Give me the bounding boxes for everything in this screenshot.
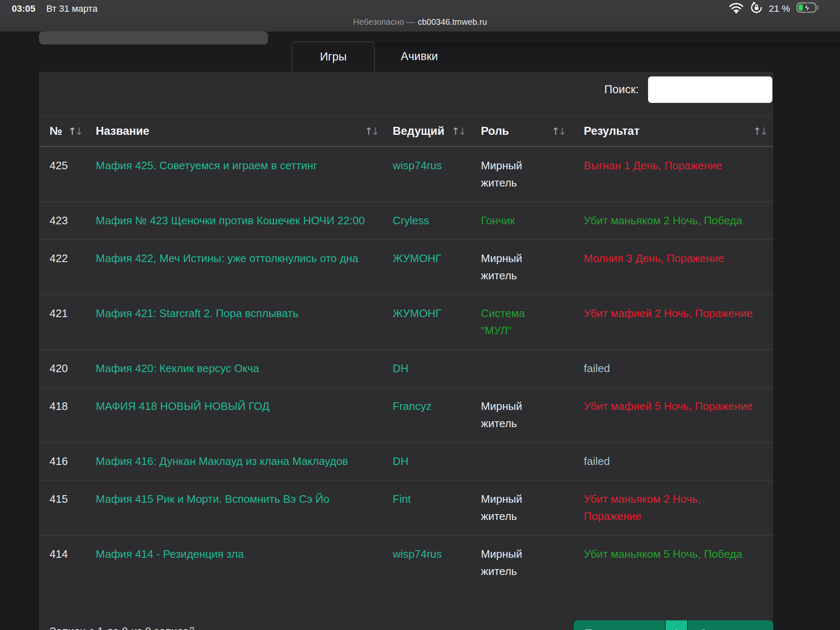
column-header-result-label: Результат — [584, 125, 640, 138]
game-host-link[interactable]: DH — [393, 362, 409, 375]
sort-arrows-icon: ↑↓ — [365, 126, 378, 137]
game-role: Мирный житель — [481, 388, 584, 443]
search-row: Поиск: — [39, 72, 773, 116]
game-result: Убит мафией 5 Ночь, Поражение — [584, 388, 773, 443]
url-security-label: Небезопасно — — [353, 17, 415, 27]
game-host-link[interactable]: Cryless — [393, 214, 429, 227]
game-title-cell: Мафия 415 Рик и Морти. Вспомнить Вэ Сэ Й… — [96, 480, 393, 536]
game-title-cell: Мафия № 423 Щеночки против Кошечек НОЧИ … — [96, 202, 393, 240]
pagination-current-page-button[interactable]: 1 — [666, 620, 687, 630]
game-result: Убит маньяком 2 Ночь, Поражение — [584, 480, 773, 536]
column-header-role[interactable]: Роль ↑↓ — [481, 116, 584, 147]
status-date: Вт 31 марта — [46, 3, 97, 14]
game-title-cell: Мафия 425. Советуемся и играем в сеттинг — [96, 147, 393, 202]
game-number: 415 — [39, 480, 96, 536]
game-result: Выгнан 1 День, Поражение — [584, 147, 773, 202]
game-title-link[interactable]: Мафия 415 Рик и Морти. Вспомнить Вэ Сэ Й… — [96, 493, 329, 505]
column-header-number-label: № — [50, 125, 62, 138]
game-result: Убит маньяком 2 Ночь, Победа — [584, 202, 773, 240]
game-host-cell: DH — [393, 443, 481, 480]
game-result: failed — [584, 350, 773, 388]
game-host-link[interactable]: wisp74rus — [393, 548, 442, 560]
game-row: 415 Мафия 415 Рик и Морти. Вспомнить Вэ … — [39, 480, 773, 536]
game-role — [481, 350, 584, 388]
column-header-title[interactable]: Название ↑↓ — [96, 116, 393, 147]
game-role: Мирный житель — [481, 536, 584, 591]
game-host-link[interactable]: ЖУМОНГ — [393, 252, 441, 265]
game-title-link[interactable]: Мафия № 423 Щеночки против Кошечек НОЧИ … — [96, 214, 365, 227]
pagination-next-button[interactable]: Следующая — [688, 620, 773, 630]
status-bar-right: 21 % — [729, 2, 819, 16]
tab-achievements-label: Ачивки — [401, 50, 438, 63]
game-row: 418 МАФИЯ 418 НОВЫЙ НОВЫЙ ГОД Francyz Ми… — [39, 388, 773, 443]
game-title-link[interactable]: Мафия 425. Советуемся и играем в сеттинг — [96, 159, 317, 172]
game-host-link[interactable]: Fint — [393, 493, 411, 505]
status-time: 03:05 — [12, 3, 35, 14]
tab-games-label: Игры — [320, 50, 347, 63]
game-row: 420 Мафия 420: Кеклик версус Окча DH fai… — [39, 350, 773, 388]
search-input[interactable] — [648, 76, 772, 103]
game-title-cell: Мафия 420: Кеклик версус Окча — [96, 350, 393, 388]
game-title-cell: МАФИЯ 418 НОВЫЙ НОВЫЙ ГОД — [96, 388, 393, 443]
table-info-text: Записи с 1 до 9 из 9 записей — [50, 625, 195, 630]
game-title-link[interactable]: Мафия 416: Дункан Маклауд из клана Макла… — [96, 455, 348, 467]
games-table: № ↑↓ Название ↑↓ Ведущий ↑↓ — [39, 116, 773, 590]
column-header-role-label: Роль — [481, 125, 509, 138]
game-title-cell: Мафия 416: Дункан Маклауд из клана Макла… — [96, 443, 393, 480]
game-number: 414 — [39, 536, 96, 591]
page-top-input[interactable] — [39, 32, 268, 45]
game-role: Система "МУЛ" — [481, 295, 584, 350]
game-number: 425 — [39, 147, 96, 202]
url-bar[interactable]: Небезопасно — cb00346.tmweb.ru — [0, 14, 840, 29]
game-row: 421 Мафия 421: Starcraft 2. Пора всплыва… — [39, 295, 773, 350]
game-number: 420 — [39, 350, 96, 388]
game-role: Мирный житель — [481, 480, 584, 536]
game-row: 425 Мафия 425. Советуемся и играем в сет… — [39, 147, 773, 202]
game-host-cell: Fint — [393, 480, 481, 536]
game-title-cell: Мафия 414 - Резиденция зла — [96, 536, 393, 591]
status-bar-left: 03:05 Вт 31 марта — [12, 2, 97, 16]
game-row: 414 Мафия 414 - Резиденция зла wisp74rus… — [39, 536, 773, 591]
game-host-link[interactable]: wisp74rus — [393, 159, 442, 172]
game-title-link[interactable]: Мафия 420: Кеклик версус Окча — [96, 362, 259, 375]
table-header-row: № ↑↓ Название ↑↓ Ведущий ↑↓ — [39, 116, 773, 147]
game-row: 416 Мафия 416: Дункан Маклауд из клана М… — [39, 443, 773, 480]
sort-arrows-icon: ↑↓ — [753, 126, 766, 137]
game-title-link[interactable]: Мафия 422, Меч Истины: уже оттолкнулись … — [96, 252, 358, 265]
pagination-prev-button[interactable]: Предыдущая — [574, 620, 665, 630]
game-title-link[interactable]: Мафия 414 - Резиденция зла — [96, 548, 244, 560]
game-host-cell: DH — [393, 350, 481, 388]
column-header-title-label: Название — [96, 125, 149, 138]
games-table-body: 425 Мафия 425. Советуемся и играем в сет… — [39, 147, 773, 590]
game-row: 422 Мафия 422, Меч Истины: уже оттолкнул… — [39, 240, 773, 295]
game-result: Убит маньяком 5 Ночь, Победа — [584, 536, 773, 591]
game-number: 421 — [39, 295, 96, 350]
game-row: 423 Мафия № 423 Щеночки против Кошечек Н… — [39, 202, 773, 240]
game-host-link[interactable]: DH — [393, 455, 409, 467]
game-host-link[interactable]: ЖУМОНГ — [393, 307, 441, 320]
sort-arrows-icon: ↑↓ — [551, 126, 565, 137]
tab-achievements[interactable]: Ачивки — [374, 42, 465, 71]
search-label: Поиск: — [604, 76, 639, 103]
game-result: failed — [584, 443, 773, 480]
game-host-link[interactable]: Francyz — [393, 400, 431, 412]
game-host-cell: wisp74rus — [393, 147, 481, 202]
game-host-cell: ЖУМОНГ — [393, 240, 481, 295]
game-role: Мирный житель — [481, 240, 584, 295]
game-result: Молния 3 День, Поражение — [584, 240, 773, 295]
game-number: 416 — [39, 443, 96, 480]
browser-chrome: 03:05 Вт 31 марта Небезопасно — cb00346.… — [0, 0, 840, 32]
game-title-link[interactable]: Мафия 421: Starcraft 2. Пора всплывать — [96, 307, 298, 320]
games-panel: Поиск: № ↑↓ Название ↑↓ — [39, 72, 773, 630]
game-role: Мирный житель — [481, 147, 584, 202]
game-result: Убит мафией 2 Ночь, Поражение — [584, 295, 773, 350]
sort-arrows-icon: ↑↓ — [452, 126, 465, 137]
column-header-host[interactable]: Ведущий ↑↓ — [393, 116, 481, 147]
game-host-cell: Cryless — [393, 202, 481, 240]
column-header-number[interactable]: № ↑↓ — [39, 116, 96, 147]
game-title-link[interactable]: МАФИЯ 418 НОВЫЙ НОВЫЙ ГОД — [96, 400, 270, 412]
column-header-host-label: Ведущий — [393, 125, 444, 138]
tab-games[interactable]: Игры — [292, 42, 375, 72]
pagination: Предыдущая 1 Следующая — [574, 620, 773, 630]
column-header-result[interactable]: Результат ↑↓ — [584, 116, 773, 147]
